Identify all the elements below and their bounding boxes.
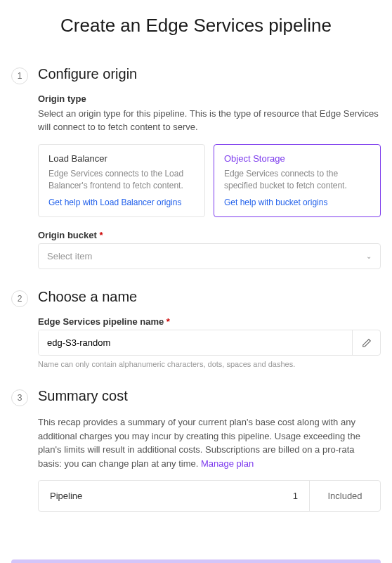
step-heading: Summary cost bbox=[38, 388, 381, 404]
origin-card-load-balancer[interactable]: Load Balancer Edge Services connects to … bbox=[38, 144, 205, 218]
card-desc: Edge Services connects to the specified … bbox=[224, 168, 370, 192]
select-placeholder: Select item bbox=[47, 251, 92, 261]
origin-bucket-select[interactable]: Select item ⌄ bbox=[38, 243, 381, 269]
summary-value: Included bbox=[310, 481, 380, 511]
origin-type-label: Origin type bbox=[38, 93, 381, 104]
card-help-link[interactable]: Get help with Load Balancer origins bbox=[48, 198, 181, 207]
name-hint: Name can only contain alphanumeric chara… bbox=[38, 360, 381, 368]
summary-row: Pipeline 1 Included bbox=[38, 480, 381, 512]
step-choose-name: 2 Choose a name Edge Services pipeline n… bbox=[11, 289, 381, 368]
card-title: Object Storage bbox=[224, 153, 370, 164]
origin-type-desc: Select an origin type for this pipeline.… bbox=[38, 107, 381, 134]
origin-card-object-storage[interactable]: Object Storage Edge Services connects to… bbox=[214, 144, 381, 218]
page-title: Create an Edge Services pipeline bbox=[11, 14, 381, 38]
step-heading: Choose a name bbox=[38, 289, 381, 305]
chevron-down-icon: ⌄ bbox=[366, 252, 372, 260]
pipeline-name-label: Edge Services pipeline name bbox=[38, 316, 381, 327]
step-configure-origin: 1 Configure origin Origin type Select an… bbox=[11, 66, 381, 270]
origin-bucket-label: Origin bucket bbox=[38, 230, 381, 240]
edit-name-button[interactable] bbox=[352, 330, 380, 355]
summary-label: Pipeline bbox=[39, 481, 268, 511]
step-number: 3 bbox=[11, 389, 28, 406]
manage-plan-link[interactable]: Manage plan bbox=[201, 458, 254, 469]
card-desc: Edge Services connects to the Load Balan… bbox=[48, 168, 195, 192]
step-number: 2 bbox=[11, 290, 28, 307]
card-title: Load Balancer bbox=[48, 153, 195, 164]
create-pipeline-button[interactable]: Create Edge Services pipeline bbox=[11, 559, 381, 563]
summary-qty: 1 bbox=[268, 481, 310, 511]
card-help-link[interactable]: Get help with bucket origins bbox=[224, 198, 327, 207]
step-summary-cost: 3 Summary cost This recap provides a sum… bbox=[11, 388, 381, 512]
pencil-icon bbox=[362, 338, 372, 348]
pipeline-name-input[interactable] bbox=[39, 330, 352, 355]
step-number: 1 bbox=[11, 67, 28, 84]
summary-desc: This recap provides a summary of your cu… bbox=[38, 415, 381, 470]
step-heading: Configure origin bbox=[38, 66, 381, 82]
